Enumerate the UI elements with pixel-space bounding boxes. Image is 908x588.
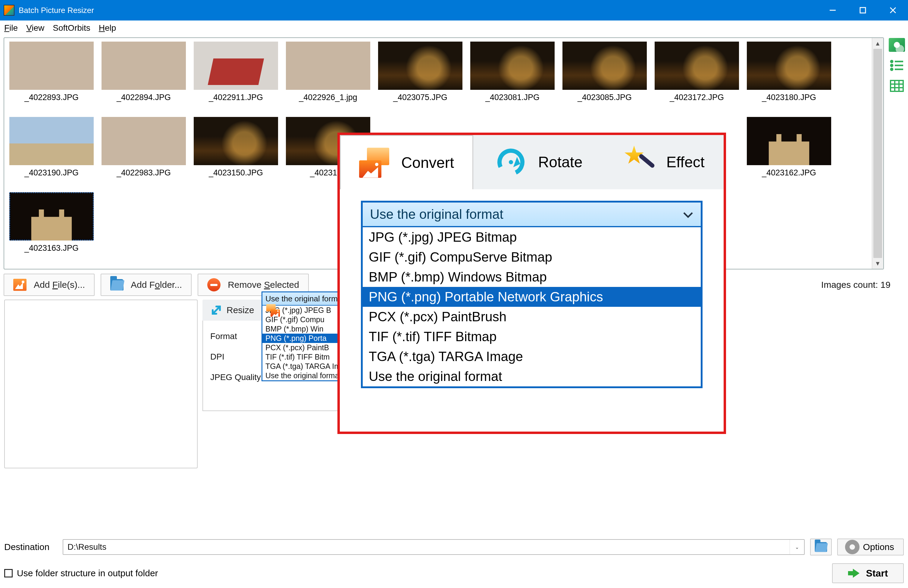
- menubar: File View SoftOrbits Help: [0, 21, 908, 35]
- thumbnail[interactable]: _4023172.JPG: [651, 40, 743, 115]
- thumbnail-caption: _4023150.JPG: [209, 168, 263, 177]
- window-title: Batch Picture Resizer: [19, 6, 818, 15]
- thumbnail[interactable]: _4022894.JPG: [98, 40, 190, 115]
- callout-tab-effect[interactable]: Effect: [605, 135, 724, 189]
- thumbnail[interactable]: _4022911.JPG: [190, 40, 282, 115]
- thumbnail[interactable]: _4023150.JPG: [190, 115, 282, 190]
- titlebar: Batch Picture Resizer: [0, 0, 908, 21]
- thumbnail-caption: _4023085.JPG: [578, 93, 632, 102]
- scroll-up-icon[interactable]: ▲: [872, 38, 883, 49]
- folder-icon: [815, 542, 827, 552]
- callout-format-select[interactable]: Use the original format JPG (*.jpg) JPEG…: [361, 201, 702, 388]
- format-label: Format: [210, 332, 261, 341]
- thumbnail-caption: _4023163.JPG: [24, 243, 79, 253]
- menu-softorbits[interactable]: SoftOrbits: [53, 23, 90, 33]
- view-grid-button[interactable]: [889, 79, 905, 93]
- thumbnail[interactable]: _4022893.JPG: [5, 40, 98, 115]
- thumbnail[interactable]: _4023085.JPG: [559, 40, 651, 115]
- thumbnail-caption: _4022926_1.jpg: [299, 93, 357, 102]
- destination-dropdown-icon[interactable]: ⌄: [790, 540, 804, 554]
- callout-tab-convert[interactable]: Convert: [340, 135, 473, 189]
- app-icon: [3, 5, 14, 16]
- menu-file[interactable]: File: [4, 23, 18, 33]
- resize-icon: [210, 304, 222, 316]
- thumbnail-caption: _4023075.JPG: [393, 93, 448, 102]
- thumbnail[interactable]: _4023162.JPG: [743, 115, 835, 190]
- minimize-button[interactable]: [818, 0, 848, 21]
- browse-destination-button[interactable]: [810, 538, 832, 556]
- format-option[interactable]: TGA (*.tga) TARGA Image: [363, 346, 701, 366]
- svg-point-6: [891, 64, 893, 66]
- format-option[interactable]: GIF (*.gif) CompuServe Bitmap: [363, 247, 701, 267]
- options-button[interactable]: Options: [837, 538, 904, 556]
- callout-tab-rotate[interactable]: Rotate: [473, 135, 605, 189]
- add-folder-button[interactable]: Add Folder...: [101, 274, 192, 296]
- add-files-button[interactable]: Add File(s)...: [3, 274, 95, 296]
- thumbnail[interactable]: _4023075.JPG: [374, 40, 466, 115]
- thumbnail-caption: _4023081.JPG: [485, 93, 539, 102]
- thumbnail-caption: _4022894.JPG: [117, 93, 171, 102]
- effect-icon: [624, 147, 654, 177]
- start-button[interactable]: Start: [832, 563, 904, 583]
- thumbnail[interactable]: _4023180.JPG: [743, 40, 835, 115]
- thumbnail-caption: _4023172.JPG: [670, 93, 724, 102]
- preview-image: [11, 318, 191, 450]
- format-option[interactable]: TIF (*.tif) TIFF Bitmap: [363, 327, 701, 346]
- destination-label: Destination: [4, 542, 57, 552]
- tab-resize[interactable]: Resize: [203, 300, 262, 321]
- rotate-icon: [496, 147, 526, 177]
- menu-view[interactable]: View: [26, 23, 44, 33]
- format-option[interactable]: BMP (*.bmp) Windows Bitmap: [363, 267, 701, 287]
- view-thumbnails-button[interactable]: [889, 38, 905, 52]
- svg-marker-16: [848, 569, 860, 578]
- gallery-scrollbar[interactable]: ▲ ▼: [872, 38, 883, 269]
- convert-tab-callout: Convert Rotate Effect Use the original f…: [337, 133, 726, 434]
- svg-line-15: [213, 306, 220, 314]
- thumbnail-caption: _4023162.JPG: [762, 168, 816, 177]
- thumbnail-caption: _4023190.JPG: [24, 168, 79, 177]
- preview-pane: [4, 300, 198, 468]
- thumbnail[interactable]: _4022926_1.jpg: [282, 40, 374, 115]
- view-list-button[interactable]: [889, 58, 905, 72]
- gear-icon: [847, 541, 858, 553]
- jpeg-quality-label: JPEG Quality: [210, 372, 261, 382]
- use-folder-structure-label: Use folder structure in output folder: [17, 568, 158, 578]
- maximize-button[interactable]: [848, 0, 878, 21]
- svg-point-8: [891, 68, 893, 70]
- add-folder-icon: [110, 279, 124, 290]
- thumbnail[interactable]: _4022983.JPG: [98, 115, 190, 190]
- format-option[interactable]: PNG (*.png) Portable Network Graphics: [363, 287, 701, 307]
- convert-icon: [359, 148, 389, 178]
- thumbnail-caption: _4023180.JPG: [762, 93, 816, 102]
- svg-rect-1: [860, 8, 866, 13]
- thumbnail-caption: _4022983.JPG: [117, 168, 171, 177]
- start-arrow-icon: [848, 569, 860, 578]
- dpi-label: DPI: [210, 352, 261, 362]
- thumbnail-caption: _4022893.JPG: [24, 93, 79, 102]
- add-files-icon: [13, 279, 26, 291]
- svg-point-4: [891, 61, 893, 62]
- use-folder-structure-checkbox[interactable]: [4, 569, 13, 577]
- thumbnail[interactable]: _4023163.JPG: [5, 190, 98, 266]
- scroll-down-icon[interactable]: ▼: [872, 258, 883, 269]
- menu-help[interactable]: Help: [99, 23, 116, 33]
- format-option[interactable]: Use the original format: [363, 366, 701, 387]
- chevron-down-icon: [683, 207, 694, 222]
- svg-rect-10: [890, 81, 903, 91]
- thumbnail[interactable]: _4023081.JPG: [466, 40, 559, 115]
- thumbnail[interactable]: _4023190.JPG: [5, 115, 98, 190]
- thumbnail-caption: _4022911.JPG: [209, 93, 263, 102]
- format-option[interactable]: PCX (*.pcx) PaintBrush: [363, 307, 701, 327]
- destination-input[interactable]: D:\Results ⌄: [63, 539, 805, 555]
- view-mode-toolbar: [886, 35, 908, 269]
- close-button[interactable]: [878, 0, 908, 21]
- format-option[interactable]: JPG (*.jpg) JPEG Bitmap: [363, 227, 701, 247]
- remove-icon: [207, 278, 221, 292]
- images-count-label: Images count: 19: [821, 280, 890, 290]
